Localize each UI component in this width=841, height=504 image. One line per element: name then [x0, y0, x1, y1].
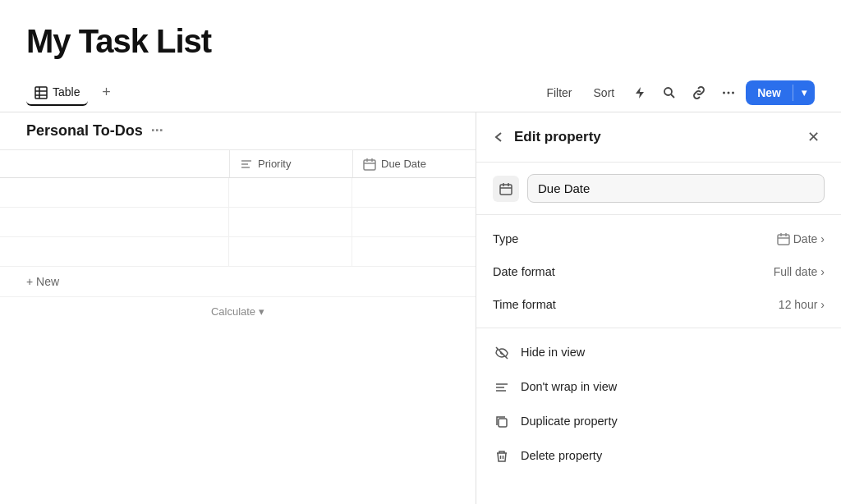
- filter-label: Filter: [546, 86, 572, 99]
- hide-icon: [493, 345, 511, 360]
- table-columns: Priority Due Date: [0, 150, 476, 178]
- type-label: Type: [493, 232, 518, 245]
- duplicate-property-action[interactable]: Duplicate property: [476, 404, 841, 438]
- cell-priority-1: [229, 178, 352, 207]
- time-format-value-text: 12 hour: [779, 298, 817, 311]
- cell-duedate-2: [352, 208, 476, 236]
- tab-bar: Table + Filter Sort: [0, 73, 841, 112]
- group-header: Personal To-Dos ···: [0, 112, 476, 150]
- property-name-row: [476, 163, 841, 215]
- new-button-label: New: [746, 80, 793, 105]
- cell-main-1: [0, 178, 229, 207]
- date-format-chevron-icon: ›: [820, 265, 825, 278]
- time-format-row[interactable]: Time format 12 hour ›: [476, 288, 841, 321]
- cell-priority-2: [229, 208, 352, 236]
- dont-wrap-action[interactable]: Don't wrap in view: [476, 369, 841, 404]
- delete-property-action[interactable]: Delete property: [476, 438, 841, 473]
- col-duedate[interactable]: Due Date: [352, 150, 476, 177]
- panel-back-button[interactable]: [493, 131, 506, 144]
- link-button[interactable]: [687, 80, 711, 105]
- date-format-value: Full date ›: [774, 265, 825, 278]
- svg-point-8: [732, 91, 734, 94]
- edit-panel: Edit property ✕ Type: [476, 112, 841, 504]
- sort-button[interactable]: Sort: [586, 82, 623, 103]
- new-button[interactable]: New ▾: [746, 80, 815, 105]
- panel-close-button[interactable]: ✕: [802, 126, 825, 149]
- type-icon: [777, 231, 790, 245]
- panel-title: Edit property: [514, 129, 793, 145]
- add-tab-button[interactable]: +: [94, 80, 117, 103]
- svg-rect-12: [364, 160, 375, 170]
- svg-point-4: [664, 88, 672, 95]
- table-area: Personal To-Dos ··· Pr: [0, 112, 476, 504]
- dont-wrap-label: Don't wrap in view: [521, 380, 617, 393]
- wrap-icon: [493, 379, 511, 394]
- more-button[interactable]: [716, 80, 741, 105]
- group-name: Personal To-Dos: [26, 122, 143, 140]
- svg-point-6: [723, 91, 725, 94]
- tab-table[interactable]: Table: [26, 80, 88, 105]
- type-chevron-icon: ›: [820, 232, 825, 245]
- svg-rect-0: [35, 87, 47, 99]
- tab-bar-right: Filter Sort: [538, 80, 815, 105]
- calculate-row[interactable]: Calculate ▾: [0, 297, 476, 326]
- type-setting-row[interactable]: Type Date ›: [476, 222, 841, 255]
- new-btn-caret[interactable]: ▾: [793, 81, 815, 104]
- date-format-value-text: Full date: [774, 265, 818, 278]
- filter-button[interactable]: Filter: [538, 82, 580, 103]
- type-value: Date ›: [777, 231, 825, 245]
- sort-label: Sort: [594, 86, 615, 99]
- col-priority[interactable]: Priority: [229, 150, 352, 177]
- group-options-button[interactable]: ···: [151, 122, 163, 140]
- date-format-row[interactable]: Date format Full date ›: [476, 255, 841, 288]
- time-format-value: 12 hour ›: [779, 298, 825, 311]
- type-value-text: Date: [793, 232, 818, 245]
- table-row[interactable]: [0, 237, 476, 267]
- actions-section: Hide in view Don't wrap in view: [476, 328, 841, 479]
- duedate-col-header[interactable]: Due Date: [353, 150, 476, 177]
- time-format-label: Time format: [493, 298, 556, 311]
- property-type-icon: [493, 176, 519, 202]
- page-title: My Task List: [26, 23, 815, 60]
- property-name-input[interactable]: [527, 174, 825, 203]
- content-area: Personal To-Dos ··· Pr: [0, 112, 841, 504]
- settings-section: Type Date ›: [476, 215, 841, 328]
- delete-property-label: Delete property: [521, 449, 602, 462]
- svg-line-5: [671, 94, 674, 98]
- cell-main-2: [0, 208, 229, 236]
- time-format-chevron-icon: ›: [820, 298, 825, 311]
- hide-in-view-action[interactable]: Hide in view: [476, 335, 841, 369]
- cell-priority-3: [229, 237, 352, 266]
- date-format-label: Date format: [493, 265, 555, 278]
- priority-col-label: Priority: [258, 158, 291, 170]
- priority-icon: [240, 157, 253, 171]
- cell-main-3: [0, 237, 229, 266]
- new-row-label: + New: [26, 275, 59, 288]
- lightning-button[interactable]: [627, 80, 652, 105]
- cell-duedate-3: [352, 237, 476, 266]
- delete-icon: [493, 448, 511, 463]
- hide-in-view-label: Hide in view: [521, 346, 585, 359]
- panel-header: Edit property ✕: [476, 112, 841, 163]
- table-row[interactable]: [0, 208, 476, 237]
- svg-point-7: [728, 91, 730, 94]
- tab-table-label: Table: [53, 85, 80, 99]
- calculate-label: Calculate: [211, 305, 255, 318]
- cell-duedate-1: [352, 178, 476, 207]
- tab-bar-left: Table +: [26, 80, 117, 104]
- priority-col-header[interactable]: Priority: [230, 150, 352, 177]
- main-container: My Task List Table + Filter: [0, 0, 841, 504]
- search-button[interactable]: [657, 80, 682, 105]
- table-row[interactable]: [0, 178, 476, 208]
- page-header: My Task List: [0, 0, 841, 73]
- calculate-caret-icon: ▾: [259, 305, 264, 318]
- svg-rect-20: [778, 235, 789, 245]
- col-main: [0, 150, 229, 177]
- new-row-button[interactable]: + New: [0, 267, 476, 297]
- duplicate-property-label: Duplicate property: [521, 415, 618, 428]
- calendar-icon: [363, 157, 376, 171]
- table-icon: [34, 85, 48, 99]
- svg-rect-27: [499, 419, 507, 427]
- duedate-col-label: Due Date: [381, 158, 426, 170]
- svg-rect-16: [500, 185, 512, 195]
